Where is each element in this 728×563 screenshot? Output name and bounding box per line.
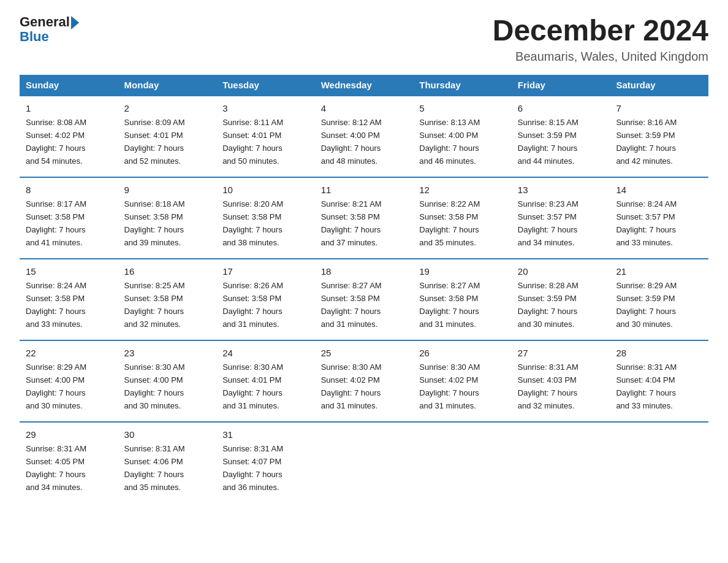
day-number: 14 bbox=[616, 183, 702, 197]
day-info: Sunrise: 8:27 AMSunset: 3:58 PMDaylight:… bbox=[419, 281, 480, 329]
day-info: Sunrise: 8:29 AMSunset: 3:59 PMDaylight:… bbox=[616, 281, 677, 329]
logo-blue-text: Blue bbox=[20, 29, 49, 44]
calendar-cell: 30Sunrise: 8:31 AMSunset: 4:06 PMDayligh… bbox=[118, 422, 217, 503]
day-info: Sunrise: 8:12 AMSunset: 4:00 PMDaylight:… bbox=[321, 118, 382, 166]
day-info: Sunrise: 8:22 AMSunset: 3:58 PMDaylight:… bbox=[419, 199, 480, 247]
calendar-cell: 5Sunrise: 8:13 AMSunset: 4:00 PMDaylight… bbox=[413, 96, 512, 177]
calendar-body: 1Sunrise: 8:08 AMSunset: 4:02 PMDaylight… bbox=[20, 96, 708, 503]
day-info: Sunrise: 8:23 AMSunset: 3:57 PMDaylight:… bbox=[518, 199, 578, 247]
day-number: 25 bbox=[321, 346, 408, 360]
day-info: Sunrise: 8:17 AMSunset: 3:58 PMDaylight:… bbox=[26, 199, 86, 247]
calendar-week-row: 8Sunrise: 8:17 AMSunset: 3:58 PMDaylight… bbox=[20, 177, 708, 259]
calendar-cell: 23Sunrise: 8:30 AMSunset: 4:00 PMDayligh… bbox=[118, 340, 217, 422]
day-info: Sunrise: 8:18 AMSunset: 3:58 PMDaylight:… bbox=[124, 199, 185, 247]
day-number: 8 bbox=[26, 183, 112, 197]
day-info: Sunrise: 8:25 AMSunset: 3:58 PMDaylight:… bbox=[124, 281, 185, 329]
day-info: Sunrise: 8:30 AMSunset: 4:02 PMDaylight:… bbox=[321, 362, 382, 410]
calendar-cell: 21Sunrise: 8:29 AMSunset: 3:59 PMDayligh… bbox=[610, 259, 708, 340]
calendar-cell: 27Sunrise: 8:31 AMSunset: 4:03 PMDayligh… bbox=[512, 340, 610, 422]
col-saturday: Saturday bbox=[610, 75, 708, 96]
calendar-cell: 3Sunrise: 8:11 AMSunset: 4:01 PMDaylight… bbox=[216, 96, 315, 177]
calendar-cell: 20Sunrise: 8:28 AMSunset: 3:59 PMDayligh… bbox=[512, 259, 610, 340]
calendar-cell: 15Sunrise: 8:24 AMSunset: 3:58 PMDayligh… bbox=[20, 259, 118, 340]
day-number: 23 bbox=[124, 346, 211, 360]
day-number: 17 bbox=[222, 264, 309, 278]
calendar-table: Sunday Monday Tuesday Wednesday Thursday… bbox=[20, 75, 708, 503]
day-info: Sunrise: 8:31 AMSunset: 4:05 PMDaylight:… bbox=[26, 444, 86, 492]
location-label: Beaumaris, Wales, United Kingdom bbox=[493, 50, 708, 64]
day-number: 10 bbox=[222, 183, 309, 197]
calendar-week-row: 15Sunrise: 8:24 AMSunset: 3:58 PMDayligh… bbox=[20, 259, 708, 340]
logo-general-line: General bbox=[20, 15, 79, 29]
day-number: 1 bbox=[26, 101, 112, 115]
col-friday: Friday bbox=[512, 75, 610, 96]
calendar-cell: 1Sunrise: 8:08 AMSunset: 4:02 PMDaylight… bbox=[20, 96, 118, 177]
calendar-cell: 29Sunrise: 8:31 AMSunset: 4:05 PMDayligh… bbox=[20, 422, 118, 503]
day-number: 28 bbox=[616, 346, 702, 360]
day-number: 20 bbox=[518, 264, 604, 278]
calendar-cell bbox=[315, 422, 414, 503]
col-thursday: Thursday bbox=[413, 75, 512, 96]
day-info: Sunrise: 8:31 AMSunset: 4:04 PMDaylight:… bbox=[616, 362, 677, 410]
col-monday: Monday bbox=[118, 75, 217, 96]
calendar-cell: 28Sunrise: 8:31 AMSunset: 4:04 PMDayligh… bbox=[610, 340, 708, 422]
day-number: 29 bbox=[26, 427, 112, 442]
calendar-header: Sunday Monday Tuesday Wednesday Thursday… bbox=[20, 75, 708, 96]
day-number: 22 bbox=[26, 346, 112, 360]
calendar-cell: 16Sunrise: 8:25 AMSunset: 3:58 PMDayligh… bbox=[118, 259, 217, 340]
day-info: Sunrise: 8:21 AMSunset: 3:58 PMDaylight:… bbox=[321, 199, 382, 247]
day-info: Sunrise: 8:29 AMSunset: 4:00 PMDaylight:… bbox=[26, 362, 86, 410]
day-info: Sunrise: 8:31 AMSunset: 4:03 PMDaylight:… bbox=[518, 362, 578, 410]
calendar-cell: 13Sunrise: 8:23 AMSunset: 3:57 PMDayligh… bbox=[512, 177, 610, 259]
calendar-week-row: 22Sunrise: 8:29 AMSunset: 4:00 PMDayligh… bbox=[20, 340, 708, 422]
calendar-cell: 19Sunrise: 8:27 AMSunset: 3:58 PMDayligh… bbox=[413, 259, 512, 340]
calendar-cell: 18Sunrise: 8:27 AMSunset: 3:58 PMDayligh… bbox=[315, 259, 414, 340]
day-info: Sunrise: 8:31 AMSunset: 4:06 PMDaylight:… bbox=[124, 444, 185, 492]
day-number: 26 bbox=[419, 346, 506, 360]
calendar-cell: 25Sunrise: 8:30 AMSunset: 4:02 PMDayligh… bbox=[315, 340, 414, 422]
day-number: 3 bbox=[222, 101, 309, 115]
day-info: Sunrise: 8:15 AMSunset: 3:59 PMDaylight:… bbox=[518, 118, 578, 166]
calendar-cell: 12Sunrise: 8:22 AMSunset: 3:58 PMDayligh… bbox=[413, 177, 512, 259]
calendar-cell bbox=[512, 422, 610, 503]
month-title: December 2024 bbox=[493, 15, 708, 47]
calendar-cell: 9Sunrise: 8:18 AMSunset: 3:58 PMDaylight… bbox=[118, 177, 217, 259]
day-number: 15 bbox=[26, 264, 112, 278]
calendar-cell: 2Sunrise: 8:09 AMSunset: 4:01 PMDaylight… bbox=[118, 96, 217, 177]
day-number: 13 bbox=[518, 183, 604, 197]
calendar-week-row: 29Sunrise: 8:31 AMSunset: 4:05 PMDayligh… bbox=[20, 422, 708, 503]
day-number: 5 bbox=[419, 101, 506, 115]
calendar-cell bbox=[413, 422, 512, 503]
logo-general-text: General bbox=[20, 14, 70, 29]
day-info: Sunrise: 8:30 AMSunset: 4:00 PMDaylight:… bbox=[124, 362, 185, 410]
day-number: 4 bbox=[321, 101, 408, 115]
day-number: 21 bbox=[616, 264, 702, 278]
day-info: Sunrise: 8:09 AMSunset: 4:01 PMDaylight:… bbox=[124, 118, 185, 166]
day-number: 30 bbox=[124, 427, 211, 442]
calendar-week-row: 1Sunrise: 8:08 AMSunset: 4:02 PMDaylight… bbox=[20, 96, 708, 177]
day-info: Sunrise: 8:30 AMSunset: 4:01 PMDaylight:… bbox=[222, 362, 283, 410]
calendar-cell: 11Sunrise: 8:21 AMSunset: 3:58 PMDayligh… bbox=[315, 177, 414, 259]
day-number: 11 bbox=[321, 183, 408, 197]
day-number: 6 bbox=[518, 101, 604, 115]
day-info: Sunrise: 8:24 AMSunset: 3:57 PMDaylight:… bbox=[616, 199, 677, 247]
day-number: 12 bbox=[419, 183, 506, 197]
day-number: 9 bbox=[124, 183, 211, 197]
calendar-cell: 14Sunrise: 8:24 AMSunset: 3:57 PMDayligh… bbox=[610, 177, 708, 259]
calendar-cell: 8Sunrise: 8:17 AMSunset: 3:58 PMDaylight… bbox=[20, 177, 118, 259]
col-wednesday: Wednesday bbox=[315, 75, 414, 96]
calendar-cell: 22Sunrise: 8:29 AMSunset: 4:00 PMDayligh… bbox=[20, 340, 118, 422]
calendar-cell: 7Sunrise: 8:16 AMSunset: 3:59 PMDaylight… bbox=[610, 96, 708, 177]
day-info: Sunrise: 8:26 AMSunset: 3:58 PMDaylight:… bbox=[222, 281, 283, 329]
day-info: Sunrise: 8:16 AMSunset: 3:59 PMDaylight:… bbox=[616, 118, 677, 166]
day-number: 31 bbox=[222, 427, 309, 442]
day-info: Sunrise: 8:08 AMSunset: 4:02 PMDaylight:… bbox=[26, 118, 86, 166]
col-sunday: Sunday bbox=[20, 75, 118, 96]
calendar-cell: 10Sunrise: 8:20 AMSunset: 3:58 PMDayligh… bbox=[216, 177, 315, 259]
day-number: 27 bbox=[518, 346, 604, 360]
calendar-cell: 17Sunrise: 8:26 AMSunset: 3:58 PMDayligh… bbox=[216, 259, 315, 340]
day-number: 7 bbox=[616, 101, 702, 115]
title-section: December 2024 Beaumaris, Wales, United K… bbox=[493, 15, 708, 64]
calendar-cell: 6Sunrise: 8:15 AMSunset: 3:59 PMDaylight… bbox=[512, 96, 610, 177]
day-number: 18 bbox=[321, 264, 408, 278]
